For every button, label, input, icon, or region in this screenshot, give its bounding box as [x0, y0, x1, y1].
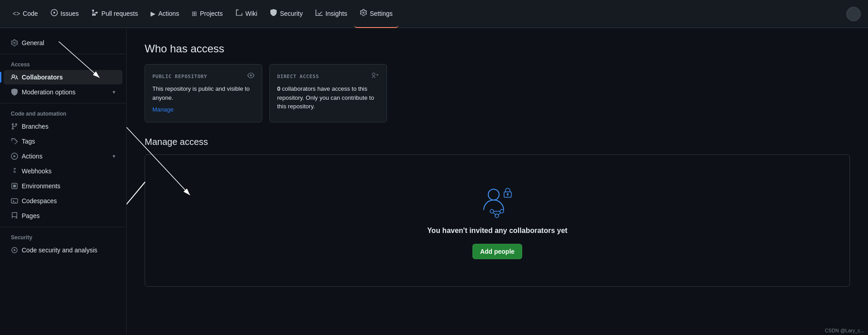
sidebar-tags-label: Tags	[22, 138, 35, 145]
nav-actions[interactable]: ▶ Actions	[145, 0, 184, 28]
direct-card-text: 0 collaborators have access to this repo…	[277, 84, 379, 111]
sidebar-item-tags[interactable]: Tags	[4, 134, 123, 149]
manage-access-box: You haven't invited any collaborators ye…	[145, 154, 850, 287]
person-add-icon	[372, 72, 379, 81]
nav-projects-label: Projects	[200, 10, 223, 17]
sidebar: General Access Collaborators Moderation …	[0, 28, 127, 335]
svg-line-9	[127, 182, 145, 236]
tags-icon	[11, 138, 18, 145]
svg-point-12	[500, 209, 504, 213]
sidebar-pages-label: Pages	[22, 212, 40, 219]
nav-code[interactable]: <> Code	[7, 0, 43, 28]
access-cards: PUBLIC REPOSITORY This repository is pub…	[145, 64, 850, 122]
nav-projects[interactable]: ⊞ Projects	[186, 0, 228, 28]
sidebar-general-label: General	[22, 39, 44, 47]
chevron-down-icon: ▾	[113, 153, 115, 159]
add-people-button[interactable]: Add people	[472, 244, 522, 259]
nav-pr-label: Pull requests	[101, 10, 138, 17]
settings-icon	[360, 9, 367, 18]
sidebar-codespaces-label: Codespaces	[22, 197, 57, 205]
code-security-icon	[11, 247, 18, 254]
sidebar-divider-1	[0, 54, 126, 54]
insights-icon	[316, 9, 323, 18]
sidebar-code-security-label: Code security and analysis	[22, 247, 97, 254]
svg-point-11	[490, 209, 494, 213]
collaborator-count: 0	[277, 85, 280, 92]
watermark: CSDN @Lary_c...	[825, 328, 864, 333]
svg-point-18	[507, 193, 509, 195]
sidebar-environments-label: Environments	[22, 182, 61, 190]
manage-link[interactable]: Manage	[152, 106, 174, 113]
actions-sidebar-icon	[11, 153, 18, 160]
chevron-down-icon: ▾	[113, 89, 115, 95]
manage-access-title: Manage access	[145, 137, 850, 147]
sidebar-collaborators-label: Collaborators	[22, 74, 63, 81]
code-icon: <>	[13, 10, 20, 17]
sidebar-divider-2	[0, 103, 126, 103]
projects-icon: ⊞	[192, 10, 197, 17]
sidebar-actions-label: Actions	[22, 153, 42, 160]
webhooks-icon	[11, 168, 18, 175]
eye-icon	[247, 72, 255, 81]
environments-icon	[11, 182, 18, 190]
nav-security[interactable]: Security	[264, 0, 308, 28]
manage-illustration	[479, 182, 515, 219]
nav-pull-requests[interactable]: Pull requests	[86, 0, 143, 28]
who-has-access-title: Who has access	[145, 42, 850, 55]
top-navigation: <> Code Issues Pull requests ▶ Actions ⊞…	[0, 0, 868, 28]
svg-line-16	[498, 213, 500, 215]
sidebar-divider-3	[0, 227, 126, 227]
sidebar-item-code-security[interactable]: Code security and analysis	[4, 243, 123, 257]
direct-access-card: DIRECT ACCESS 0 collaborators have acces…	[269, 64, 387, 122]
branches-icon	[11, 123, 18, 130]
sidebar-section-code: Code and automation	[0, 107, 126, 119]
sidebar-moderation-label: Moderation options	[22, 88, 75, 96]
sidebar-item-branches[interactable]: Branches	[4, 119, 123, 134]
security-icon	[270, 9, 277, 18]
sidebar-item-actions[interactable]: Actions ▾	[4, 149, 123, 163]
moderation-icon	[11, 88, 18, 96]
svg-line-15	[493, 213, 496, 215]
issues-icon	[51, 9, 58, 18]
nav-actions-label: Actions	[158, 10, 179, 17]
direct-card-header: DIRECT ACCESS	[277, 72, 379, 81]
nav-insights-label: Insights	[326, 10, 347, 17]
sidebar-item-pages[interactable]: Pages	[4, 209, 123, 223]
sidebar-item-codespaces[interactable]: Codespaces	[4, 194, 123, 208]
svg-point-1	[53, 12, 55, 14]
sidebar-item-webhooks[interactable]: Webhooks	[4, 164, 123, 178]
svg-point-8	[14, 249, 15, 251]
page-layout: General Access Collaborators Moderation …	[0, 28, 868, 335]
sidebar-item-environments[interactable]: Environments	[4, 179, 123, 193]
nav-settings[interactable]: Settings	[354, 0, 398, 28]
sidebar-section-security: Security	[0, 231, 126, 242]
sidebar-item-collaborators[interactable]: Collaborators	[4, 70, 123, 84]
pages-icon	[11, 212, 18, 219]
sidebar-branches-label: Branches	[22, 123, 48, 130]
sidebar-item-moderation[interactable]: Moderation options ▾	[4, 85, 123, 99]
svg-marker-3	[14, 155, 16, 158]
nav-issues[interactable]: Issues	[45, 0, 84, 28]
nav-wiki[interactable]: Wiki	[230, 0, 263, 28]
nav-wiki-label: Wiki	[245, 10, 257, 17]
wiki-icon	[236, 9, 243, 18]
public-repo-label: PUBLIC REPOSITORY	[152, 74, 207, 79]
annotation-arrow-1	[127, 155, 190, 290]
nav-issues-label: Issues	[61, 10, 79, 17]
nav-code-label: Code	[23, 10, 38, 17]
avatar[interactable]	[846, 7, 861, 21]
nav-insights[interactable]: Insights	[310, 0, 353, 28]
svg-rect-6	[11, 199, 18, 203]
codespaces-icon	[11, 197, 18, 205]
sidebar-item-general[interactable]: General	[4, 36, 123, 50]
main-content: Who has access PUBLIC REPOSITORY This re…	[127, 28, 868, 335]
actions-icon: ▶	[151, 10, 156, 17]
collaborators-icon	[11, 74, 18, 81]
direct-access-label: DIRECT ACCESS	[277, 74, 319, 79]
svg-rect-5	[13, 185, 16, 187]
gear-icon	[11, 39, 18, 47]
nav-security-label: Security	[280, 10, 303, 17]
sidebar-webhooks-label: Webhooks	[22, 168, 52, 175]
direct-card-suffix: collaborators have access to this reposi…	[277, 85, 374, 110]
svg-point-10	[488, 189, 499, 200]
